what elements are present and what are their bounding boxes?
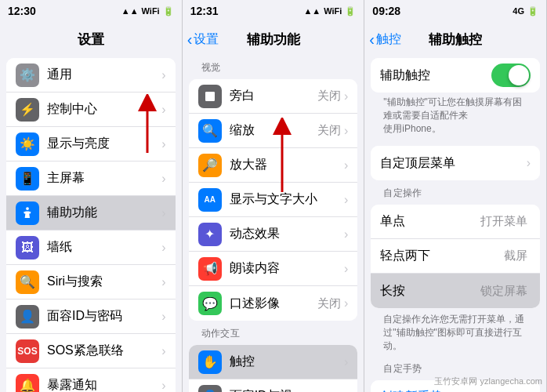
general-chevron: › [161, 68, 165, 82]
status-bar-3: 09:28 4G 🔋 [364, 0, 546, 22]
top-menu-list: 自定顶层菜单 › [371, 146, 540, 180]
at-info: "辅助触控"可让您在触摸屏幕有困难或需要自适配件来使用iPhone。 [371, 93, 540, 140]
visual-list: 旁白 关闭 › 🔍 缩放 关闭 › 🔎 放大器 › AA 显示与文字 [189, 79, 358, 321]
display-icon: ☀️ [16, 132, 39, 156]
at-toggle-knob [509, 65, 529, 85]
siri-label: Siri与搜索 [47, 274, 161, 290]
nav-bar-1: 设置 [0, 22, 182, 56]
siri-icon: 🔍 [16, 270, 39, 294]
control-chevron: › [161, 103, 165, 117]
item-zoom[interactable]: 🔍 缩放 关闭 › [189, 114, 358, 148]
accessibility-chevron: › [161, 206, 165, 220]
item-faceidview[interactable]: 👤 面容ID与视 › [189, 379, 358, 392]
settings-list-1: ⚙️ 通用 › ⚡ 控制中心 › ☀️ 显示与亮度 › 📱 主屏幕 [6, 58, 176, 392]
item-textsize[interactable]: AA 显示与文字大小 › [189, 183, 358, 217]
nav-title-3: 辅助触控 [429, 31, 482, 49]
general-label: 通用 [47, 67, 161, 83]
touch-icon: ✋ [198, 350, 222, 374]
control-label: 控制中心 [47, 101, 161, 118]
status-icons-3: 4G 🔋 [513, 6, 538, 16]
control-icon: ⚡ [16, 98, 39, 122]
textsize-icon: AA [198, 188, 222, 212]
new-gesture-label: 创建新手势... [380, 389, 531, 392]
faceid-label: 面容ID与密码 [47, 308, 161, 325]
zoom-icon: 🔍 [198, 119, 222, 143]
item-spoken[interactable]: 📢 朗读内容 › [189, 252, 358, 286]
exposure-icon: 🔔 [16, 374, 39, 393]
nav-back-3[interactable]: ‹ 触控 [369, 31, 401, 49]
item-doubletap[interactable]: 轻点两下 截屏 [371, 239, 540, 274]
svg-point-0 [26, 207, 29, 210]
item-motion[interactable]: ✦ 动态效果 › [189, 217, 358, 252]
item-wallpaper[interactable]: 🖼 墙纸 › [6, 230, 176, 265]
audiodesc-label: 口述影像 [230, 296, 317, 312]
back-arrow-3: ‹ [369, 31, 375, 49]
wallpaper-label: 墙纸 [47, 239, 161, 256]
item-general[interactable]: ⚙️ 通用 › [6, 58, 176, 93]
status-icons-2: ▲▲ WiFi 🔋 [303, 6, 356, 16]
voiceover-icon [198, 85, 222, 108]
sos-icon: SOS [16, 339, 39, 363]
item-sos[interactable]: SOS SOS紧急联络 › [6, 334, 176, 368]
audiodesc-value: 关闭 [317, 296, 341, 311]
nav-bar-2: ‹ 设置 辅助功能 [183, 22, 364, 56]
doubletap-label: 轻点两下 [380, 248, 504, 264]
display-chevron: › [161, 137, 165, 151]
longpress-label: 长按 [380, 283, 480, 299]
wallpaper-icon: 🖼 [16, 236, 39, 260]
panels-container: 12:30 ▲▲ WiFi 🔋 设置 ⚙️ 通用 › ⚡ 控制中心 › [0, 0, 547, 392]
general-icon: ⚙️ [16, 64, 39, 87]
item-faceid[interactable]: 👤 面容ID与密码 › [6, 299, 176, 334]
motion-label: 动态效果 [230, 226, 344, 242]
item-accessibility[interactable]: 辅助功能 › [6, 196, 176, 230]
item-control[interactable]: ⚡ 控制中心 › [6, 93, 176, 127]
exposure-label: 暴露通知 [47, 377, 161, 392]
svg-rect-1 [205, 92, 215, 101]
voiceover-label: 旁白 [230, 88, 317, 104]
faceidview-icon: 👤 [198, 385, 222, 393]
status-bar-2: 12:31 ▲▲ WiFi 🔋 [183, 0, 364, 22]
item-homescreen[interactable]: 📱 主屏幕 › [6, 162, 176, 196]
item-singletap[interactable]: 单点 打开菜单 [371, 205, 540, 239]
item-display[interactable]: ☀️ 显示与亮度 › [6, 127, 176, 162]
section-header-visual: 视觉 [189, 56, 358, 78]
item-exposure[interactable]: 🔔 暴露通知 › [6, 368, 176, 392]
watermark: 玉竹安卓网 yzlangecha.com [434, 376, 542, 387]
nav-title-2: 辅助功能 [247, 31, 300, 49]
voiceover-value: 关闭 [317, 89, 341, 103]
accessibility-icon [16, 201, 39, 225]
at-toggle-item[interactable]: 辅助触控 [371, 58, 540, 93]
accessibility-label: 辅助功能 [47, 205, 161, 221]
back-arrow-2: ‹ [187, 31, 193, 49]
display-label: 显示与亮度 [47, 136, 161, 152]
time-3: 09:28 [372, 5, 400, 17]
custom-actions-info: 自定操作允许您无需打开菜单，通过"辅助触控"图标即可直接进行互动。 [371, 310, 540, 357]
item-topmenu[interactable]: 自定顶层菜单 › [371, 146, 540, 180]
panel-assistivetouch: 09:28 4G 🔋 ‹ 触控 辅助触控 辅助触控 [364, 0, 547, 392]
item-magnifier[interactable]: 🔎 放大器 › [189, 148, 358, 183]
singletap-label: 单点 [380, 213, 480, 230]
topmenu-label: 自定顶层菜单 [380, 155, 526, 172]
item-touch[interactable]: ✋ 触控 › [189, 345, 358, 379]
homescreen-icon: 📱 [16, 167, 39, 191]
time-1: 12:30 [8, 5, 36, 17]
wallpaper-chevron: › [161, 241, 165, 255]
spoken-icon: 📢 [198, 257, 222, 281]
homescreen-label: 主屏幕 [47, 170, 161, 187]
item-voiceover[interactable]: 旁白 关闭 › [189, 79, 358, 114]
item-siri[interactable]: 🔍 Siri与搜索 › [6, 265, 176, 299]
nav-title-1: 设置 [78, 31, 104, 49]
item-longpress[interactable]: 长按 锁定屏幕 [371, 274, 540, 308]
nav-back-2[interactable]: ‹ 设置 [187, 31, 219, 49]
at-toggle-switch[interactable] [491, 64, 531, 87]
section-header-custom-actions: 自定操作 [371, 182, 540, 203]
zoom-value: 关闭 [317, 123, 341, 138]
singletap-value: 打开菜单 [480, 214, 527, 229]
faceid-icon: 👤 [16, 305, 39, 328]
content-3: 辅助触控 "辅助触控"可让您在触摸屏幕有困难或需要自适配件来使用iPhone。 … [364, 56, 546, 392]
back-label-2: 设置 [194, 31, 219, 48]
item-audiodesc[interactable]: 💬 口述影像 关闭 › [189, 286, 358, 321]
siri-chevron: › [161, 275, 165, 289]
sos-chevron: › [161, 344, 165, 358]
faceidview-label: 面容ID与视 [230, 388, 344, 392]
